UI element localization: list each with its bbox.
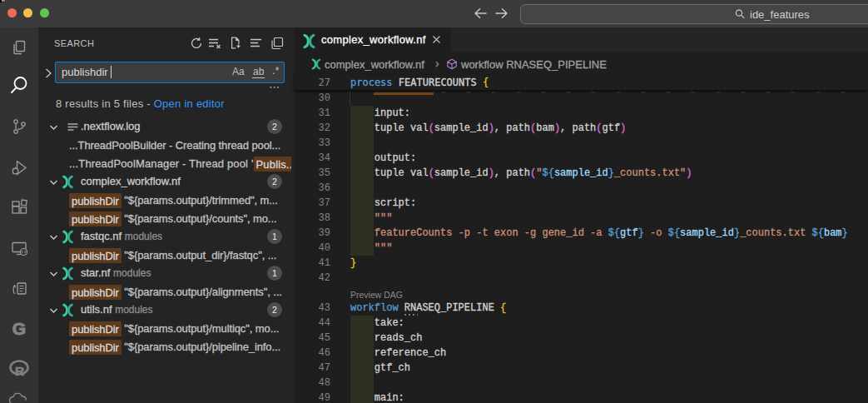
svg-text:R: R <box>15 364 24 378</box>
